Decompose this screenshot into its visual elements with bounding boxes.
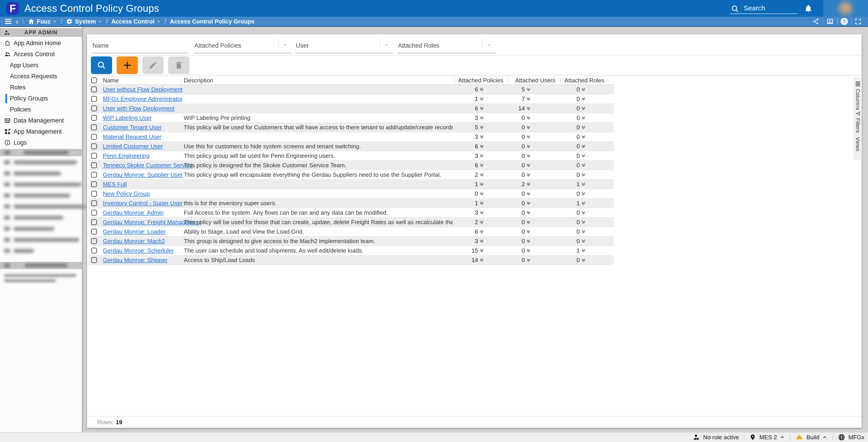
attached-users-count[interactable]: 5: [510, 85, 531, 94]
row-checkbox[interactable]: [91, 153, 97, 159]
share-icon[interactable]: [809, 18, 823, 25]
device-add-icon[interactable]: [823, 18, 837, 25]
sidebar-item-access-control[interactable]: Access Control: [0, 49, 82, 60]
back-icon[interactable]: [16, 18, 18, 25]
attached-roles-count[interactable]: 0: [565, 104, 586, 113]
breadcrumb-item-fuuz[interactable]: Fuuz: [28, 18, 57, 25]
attached-users-count[interactable]: 0: [510, 151, 531, 160]
attached-roles-count[interactable]: 0: [565, 123, 586, 132]
menu-icon[interactable]: [5, 18, 11, 25]
attached-users-count[interactable]: 2: [510, 180, 531, 189]
breadcrumb-item-access-control[interactable]: Access Control: [111, 18, 161, 25]
attached-policies-count[interactable]: 2: [463, 170, 484, 179]
app-switcher[interactable]: MFGx: [838, 434, 864, 441]
attached-users-count[interactable]: 0: [510, 161, 531, 170]
attached-policies-count[interactable]: 3: [463, 113, 484, 122]
attached-policies-count[interactable]: 1: [463, 94, 484, 103]
attached-roles-count[interactable]: 0: [565, 256, 586, 265]
policy-group-link[interactable]: WIP Labeling User: [103, 113, 152, 122]
row-checkbox[interactable]: [91, 134, 97, 140]
attached-users-count[interactable]: 0: [510, 113, 531, 122]
row-checkbox[interactable]: [91, 162, 97, 168]
row-checkbox[interactable]: [91, 210, 97, 215]
attached-policies-count[interactable]: 5: [463, 123, 484, 132]
sidebar-item-logs[interactable]: Logs: [0, 137, 82, 148]
tab-columns[interactable]: Columns: [854, 78, 862, 108]
column-header-attached-policies[interactable]: Attached Policies: [458, 76, 503, 84]
row-checkbox[interactable]: [91, 257, 97, 263]
environment-selector[interactable]: MES 2: [749, 434, 785, 441]
attached-roles-count[interactable]: 0: [565, 237, 586, 246]
row-checkbox[interactable]: [91, 87, 97, 92]
global-search-input[interactable]: Search: [730, 0, 798, 17]
policy-group-link[interactable]: Limited Customer User: [103, 142, 163, 151]
attached-policies-count[interactable]: 6: [463, 104, 484, 113]
attached-policies-count[interactable]: 1: [463, 180, 484, 189]
add-button[interactable]: [117, 57, 138, 74]
tab-views[interactable]: Views: [854, 134, 862, 159]
filter-attached-policies-select[interactable]: Attached Policies: [194, 37, 291, 53]
select-all-checkbox[interactable]: [91, 77, 97, 83]
policy-group-link[interactable]: Gerdau Monroe: Admin: [103, 208, 164, 217]
row-checkbox[interactable]: [91, 219, 97, 225]
attached-policies-count[interactable]: 15: [463, 246, 484, 255]
attached-roles-count[interactable]: 0: [565, 132, 586, 141]
chevron-down-icon[interactable]: [383, 42, 389, 47]
row-checkbox[interactable]: [91, 115, 97, 121]
mode-selector[interactable]: Build: [796, 434, 828, 441]
attached-roles-count[interactable]: 0: [565, 94, 586, 103]
policy-group-link[interactable]: MES Full: [103, 180, 127, 189]
policy-group-link[interactable]: Inventory Control - Super User: [103, 199, 183, 208]
column-header-attached-roles[interactable]: Attached Roles: [564, 76, 604, 84]
sidebar-item-data-management[interactable]: Data Management: [0, 115, 82, 126]
row-checkbox[interactable]: [91, 96, 97, 102]
row-checkbox[interactable]: [91, 229, 97, 235]
attached-policies-count[interactable]: 6: [463, 227, 484, 236]
attached-users-count[interactable]: 0: [510, 142, 531, 151]
user-avatar[interactable]: [823, 0, 868, 17]
notifications-bell-icon[interactable]: [804, 4, 813, 13]
policy-group-link[interactable]: New Policy Group: [103, 189, 150, 198]
attached-roles-count[interactable]: 0: [565, 113, 586, 122]
row-checkbox[interactable]: [91, 248, 97, 253]
attached-roles-count[interactable]: 1: [565, 180, 586, 189]
attached-roles-count[interactable]: 0: [565, 142, 586, 151]
policy-group-link[interactable]: MFGx Employee Administrator: [103, 94, 183, 103]
policy-group-link[interactable]: Gerdau Monroe: Supplier User: [103, 170, 183, 179]
row-checkbox[interactable]: [91, 191, 97, 197]
delete-button[interactable]: [168, 57, 189, 74]
row-checkbox[interactable]: [91, 181, 97, 187]
attached-policies-count[interactable]: 2: [463, 217, 484, 227]
sidebar-item-app-users[interactable]: App Users: [0, 60, 82, 71]
sidebar-item-policies[interactable]: Policies: [0, 104, 82, 115]
attached-policies-count[interactable]: 6: [463, 142, 484, 151]
attached-users-count[interactable]: 0: [510, 189, 531, 198]
filter-attached-roles-select[interactable]: Attached Roles: [398, 37, 495, 53]
search-button[interactable]: [91, 57, 112, 74]
attached-users-count[interactable]: 7: [510, 94, 531, 103]
policy-group-link[interactable]: Tenneco Skokie Customer Service: [103, 161, 193, 170]
row-checkbox[interactable]: [91, 172, 97, 178]
attached-users-count[interactable]: 0: [510, 208, 531, 217]
sidebar-item-app-admin-home[interactable]: App Admin Home: [0, 38, 82, 49]
attached-users-count[interactable]: 0: [510, 256, 531, 265]
attached-policies-count[interactable]: 3: [463, 151, 484, 160]
policy-group-link[interactable]: User with Flow Deployment: [103, 104, 174, 113]
attached-roles-count[interactable]: 0: [565, 151, 586, 160]
breadcrumb-item-system[interactable]: System: [66, 18, 103, 25]
policy-group-link[interactable]: User without Flow Deployment: [103, 85, 183, 94]
help-icon[interactable]: [837, 18, 851, 25]
attached-policies-count[interactable]: 3: [463, 237, 484, 246]
sidebar-item-app-management[interactable]: App Management: [0, 126, 82, 137]
chevron-down-icon[interactable]: [487, 42, 492, 47]
row-checkbox[interactable]: [91, 124, 97, 130]
attached-roles-count[interactable]: 0: [565, 189, 586, 198]
policy-group-link[interactable]: Gerdau Monroe: Loader: [103, 227, 166, 236]
policy-group-link[interactable]: Customer Tenant User: [103, 123, 162, 132]
attached-users-count[interactable]: 0: [510, 217, 531, 227]
attached-policies-count[interactable]: 3: [463, 132, 484, 141]
column-header-attached-users[interactable]: Attached Users: [515, 76, 555, 84]
tab-filters[interactable]: Filters: [854, 108, 862, 134]
attached-roles-count[interactable]: 0: [565, 85, 586, 94]
attached-policies-count[interactable]: 1: [463, 199, 484, 208]
